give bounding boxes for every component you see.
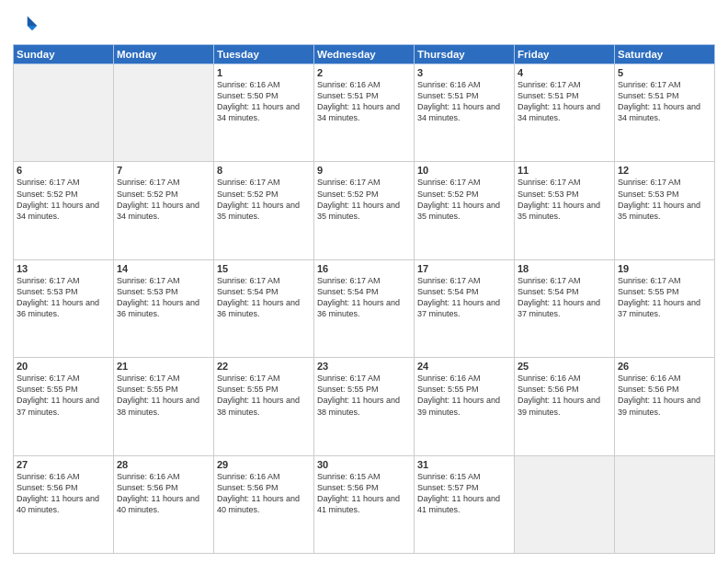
day-number: 26 — [618, 361, 711, 372]
cell-info: Sunrise: 6:16 AM Sunset: 5:56 PM Dayligh… — [217, 471, 311, 516]
week-row-3: 20Sunrise: 6:17 AM Sunset: 5:55 PM Dayli… — [14, 358, 715, 455]
day-number: 5 — [618, 67, 711, 78]
week-row-2: 13Sunrise: 6:17 AM Sunset: 5:53 PM Dayli… — [14, 259, 715, 357]
header — [13, 9, 715, 39]
cell-info: Sunrise: 6:17 AM Sunset: 5:54 PM Dayligh… — [317, 275, 411, 320]
calendar-cell — [114, 64, 214, 162]
day-number: 16 — [317, 263, 411, 274]
calendar-body: 1Sunrise: 6:16 AM Sunset: 5:50 PM Daylig… — [14, 64, 715, 554]
day-number: 29 — [217, 459, 311, 470]
calendar-cell: 29Sunrise: 6:16 AM Sunset: 5:56 PM Dayli… — [214, 455, 314, 553]
column-header-wednesday: Wednesday — [314, 45, 415, 64]
calendar-table: SundayMondayTuesdayWednesdayThursdayFrid… — [13, 44, 715, 554]
calendar-cell: 6Sunrise: 6:17 AM Sunset: 5:52 PM Daylig… — [14, 162, 114, 259]
calendar-cell — [14, 64, 114, 162]
cell-info: Sunrise: 6:17 AM Sunset: 5:54 PM Dayligh… — [417, 275, 511, 320]
day-number: 24 — [417, 361, 511, 372]
day-number: 21 — [117, 361, 210, 372]
day-number: 22 — [217, 361, 311, 372]
cell-info: Sunrise: 6:17 AM Sunset: 5:55 PM Dayligh… — [17, 373, 110, 418]
calendar-cell: 24Sunrise: 6:16 AM Sunset: 5:55 PM Dayli… — [415, 358, 515, 455]
day-number: 31 — [417, 459, 511, 470]
column-header-saturday: Saturday — [615, 45, 715, 64]
calendar-cell: 17Sunrise: 6:17 AM Sunset: 5:54 PM Dayli… — [415, 259, 515, 357]
calendar-cell: 11Sunrise: 6:17 AM Sunset: 5:53 PM Dayli… — [515, 162, 615, 259]
cell-info: Sunrise: 6:17 AM Sunset: 5:55 PM Dayligh… — [217, 373, 311, 418]
cell-info: Sunrise: 6:16 AM Sunset: 5:50 PM Dayligh… — [217, 79, 311, 124]
calendar-cell: 27Sunrise: 6:16 AM Sunset: 5:56 PM Dayli… — [14, 455, 114, 553]
day-number: 14 — [117, 263, 210, 274]
calendar-cell: 2Sunrise: 6:16 AM Sunset: 5:51 PM Daylig… — [314, 64, 415, 162]
calendar-cell: 31Sunrise: 6:15 AM Sunset: 5:57 PM Dayli… — [415, 455, 515, 553]
day-number: 19 — [618, 263, 711, 274]
cell-info: Sunrise: 6:16 AM Sunset: 5:55 PM Dayligh… — [417, 373, 511, 418]
calendar-cell: 20Sunrise: 6:17 AM Sunset: 5:55 PM Dayli… — [14, 358, 114, 455]
cell-info: Sunrise: 6:17 AM Sunset: 5:54 PM Dayligh… — [217, 275, 311, 320]
calendar-cell: 3Sunrise: 6:16 AM Sunset: 5:51 PM Daylig… — [415, 64, 515, 162]
cell-info: Sunrise: 6:17 AM Sunset: 5:53 PM Dayligh… — [117, 275, 210, 320]
cell-info: Sunrise: 6:17 AM Sunset: 5:54 PM Dayligh… — [518, 275, 611, 320]
cell-info: Sunrise: 6:17 AM Sunset: 5:51 PM Dayligh… — [618, 79, 711, 124]
calendar-cell: 21Sunrise: 6:17 AM Sunset: 5:55 PM Dayli… — [114, 358, 214, 455]
day-number: 4 — [518, 67, 611, 78]
day-number: 11 — [518, 165, 611, 176]
day-number: 23 — [317, 361, 411, 372]
day-number: 18 — [518, 263, 611, 274]
column-header-friday: Friday — [515, 45, 615, 64]
column-header-sunday: Sunday — [14, 45, 114, 64]
calendar-cell: 26Sunrise: 6:16 AM Sunset: 5:56 PM Dayli… — [615, 358, 715, 455]
calendar-cell: 18Sunrise: 6:17 AM Sunset: 5:54 PM Dayli… — [515, 259, 615, 357]
cell-info: Sunrise: 6:17 AM Sunset: 5:52 PM Dayligh… — [217, 177, 311, 222]
day-number: 2 — [317, 67, 411, 78]
cell-info: Sunrise: 6:16 AM Sunset: 5:51 PM Dayligh… — [317, 79, 411, 124]
calendar-cell: 23Sunrise: 6:17 AM Sunset: 5:55 PM Dayli… — [314, 358, 415, 455]
cell-info: Sunrise: 6:16 AM Sunset: 5:56 PM Dayligh… — [618, 373, 711, 418]
cell-info: Sunrise: 6:17 AM Sunset: 5:52 PM Dayligh… — [117, 177, 210, 222]
calendar-cell: 7Sunrise: 6:17 AM Sunset: 5:52 PM Daylig… — [114, 162, 214, 259]
day-number: 1 — [217, 67, 311, 78]
calendar-cell: 15Sunrise: 6:17 AM Sunset: 5:54 PM Dayli… — [214, 259, 314, 357]
day-number: 20 — [17, 361, 110, 372]
week-row-4: 27Sunrise: 6:16 AM Sunset: 5:56 PM Dayli… — [14, 455, 715, 553]
svg-marker-1 — [28, 26, 38, 30]
day-number: 25 — [518, 361, 611, 372]
calendar-cell: 1Sunrise: 6:16 AM Sunset: 5:50 PM Daylig… — [214, 64, 314, 162]
calendar-cell: 19Sunrise: 6:17 AM Sunset: 5:55 PM Dayli… — [615, 259, 715, 357]
calendar-cell: 12Sunrise: 6:17 AM Sunset: 5:53 PM Dayli… — [615, 162, 715, 259]
column-header-tuesday: Tuesday — [214, 45, 314, 64]
cell-info: Sunrise: 6:17 AM Sunset: 5:53 PM Dayligh… — [618, 177, 711, 222]
cell-info: Sunrise: 6:15 AM Sunset: 5:56 PM Dayligh… — [317, 471, 411, 516]
calendar-cell: 4Sunrise: 6:17 AM Sunset: 5:51 PM Daylig… — [515, 64, 615, 162]
logo — [13, 13, 41, 39]
cell-info: Sunrise: 6:17 AM Sunset: 5:52 PM Dayligh… — [17, 177, 110, 222]
calendar-cell: 9Sunrise: 6:17 AM Sunset: 5:52 PM Daylig… — [314, 162, 415, 259]
calendar-cell: 13Sunrise: 6:17 AM Sunset: 5:53 PM Dayli… — [14, 259, 114, 357]
calendar-cell: 25Sunrise: 6:16 AM Sunset: 5:56 PM Dayli… — [515, 358, 615, 455]
day-number: 15 — [217, 263, 311, 274]
day-number: 12 — [618, 165, 711, 176]
day-number: 10 — [417, 165, 511, 176]
cell-info: Sunrise: 6:17 AM Sunset: 5:55 PM Dayligh… — [317, 373, 411, 418]
logo-icon — [13, 13, 39, 39]
calendar-cell: 10Sunrise: 6:17 AM Sunset: 5:52 PM Dayli… — [415, 162, 515, 259]
day-number: 17 — [417, 263, 511, 274]
day-number: 27 — [17, 459, 110, 470]
cell-info: Sunrise: 6:17 AM Sunset: 5:55 PM Dayligh… — [618, 275, 711, 320]
cell-info: Sunrise: 6:17 AM Sunset: 5:52 PM Dayligh… — [317, 177, 411, 222]
week-row-1: 6Sunrise: 6:17 AM Sunset: 5:52 PM Daylig… — [14, 162, 715, 259]
column-header-thursday: Thursday — [415, 45, 515, 64]
cell-info: Sunrise: 6:17 AM Sunset: 5:52 PM Dayligh… — [417, 177, 511, 222]
cell-info: Sunrise: 6:17 AM Sunset: 5:51 PM Dayligh… — [518, 79, 611, 124]
cell-info: Sunrise: 6:15 AM Sunset: 5:57 PM Dayligh… — [417, 471, 511, 516]
day-number: 13 — [17, 263, 110, 274]
day-number: 30 — [317, 459, 411, 470]
day-number: 9 — [317, 165, 411, 176]
cell-info: Sunrise: 6:17 AM Sunset: 5:53 PM Dayligh… — [17, 275, 110, 320]
calendar-cell — [615, 455, 715, 553]
svg-marker-0 — [28, 17, 38, 27]
week-row-0: 1Sunrise: 6:16 AM Sunset: 5:50 PM Daylig… — [14, 64, 715, 162]
day-number: 6 — [17, 165, 110, 176]
day-number: 8 — [217, 165, 311, 176]
day-number: 7 — [117, 165, 210, 176]
cell-info: Sunrise: 6:17 AM Sunset: 5:55 PM Dayligh… — [117, 373, 210, 418]
